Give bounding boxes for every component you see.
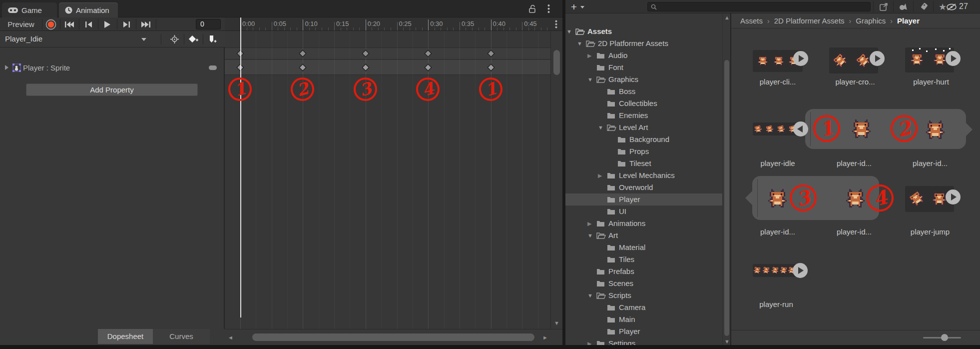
fox-sprite[interactable]	[757, 55, 768, 68]
foldout-arrow-icon[interactable]: ▼	[577, 40, 582, 46]
slider-knob[interactable]	[941, 334, 948, 341]
foldout-arrow-icon[interactable]: ▼	[587, 292, 593, 298]
foldout-arrow-icon[interactable]: ▶	[587, 340, 591, 345]
fox-sprite[interactable]	[910, 52, 924, 68]
foldout-arrow-icon[interactable]: ▶	[598, 172, 602, 179]
preview-button[interactable]: Preview	[3, 18, 39, 31]
tree-item-boss[interactable]: Boss	[565, 86, 722, 98]
tree-item-graphics[interactable]: ▼Graphics	[565, 74, 722, 86]
open-search-window-icon[interactable]	[875, 0, 892, 14]
tab-dopesheet[interactable]: Dopesheet	[98, 329, 153, 344]
fox-sprite[interactable]	[846, 189, 865, 210]
search-by-label-icon[interactable]	[915, 0, 932, 14]
play-badge-icon[interactable]	[946, 51, 961, 66]
dopesheet-horizontal-scrollbar[interactable]: ◄ ►	[225, 329, 562, 345]
fox-sprite[interactable]	[762, 266, 770, 276]
foldout-arrow-icon[interactable]: ▶	[587, 52, 591, 59]
tree-item-props[interactable]: Props	[565, 146, 722, 158]
tree-item-tiles[interactable]: Tiles	[565, 254, 722, 266]
tree-item-material[interactable]: Material	[565, 242, 722, 254]
tree-scrollbar[interactable]: ▲ ▼	[722, 14, 730, 345]
tree-item-background[interactable]: Background	[565, 134, 722, 146]
breadcrumb-item-2d-platformer-assets[interactable]: 2D Platformer Assets	[774, 16, 845, 25]
fox-sprite[interactable]	[909, 191, 924, 208]
breadcrumb-item-assets[interactable]: Assets	[740, 16, 763, 25]
tree-item-ui[interactable]: UI	[565, 206, 722, 218]
play-badge-icon[interactable]	[946, 190, 961, 204]
fox-sprite[interactable]	[754, 124, 762, 135]
record-button[interactable]	[43, 18, 59, 31]
tree-item-level-art[interactable]: ▼Level Art	[565, 122, 722, 134]
tree-item-audio[interactable]: ▶Audio	[565, 50, 722, 62]
scroll-down-arrow-icon[interactable]: ▼	[554, 320, 559, 326]
tree-item-prefabs[interactable]: Prefabs	[565, 266, 722, 278]
fox-sprite[interactable]	[777, 124, 785, 135]
tree-item-level-mechanics[interactable]: ▶Level Mechanics	[565, 170, 722, 182]
tree-item-scenes[interactable]: Scenes	[565, 278, 722, 290]
tree-item-player[interactable]: Player	[565, 194, 722, 206]
tree-item-camera[interactable]: Camera	[565, 302, 722, 314]
foldout-arrow-icon[interactable]: ▼	[587, 76, 593, 82]
foldout-arrow-icon[interactable]: ▼	[598, 124, 603, 130]
foldout-arrow-icon[interactable]	[5, 65, 8, 70]
playhead[interactable]	[240, 18, 241, 318]
scrollbar-thumb[interactable]	[252, 334, 534, 341]
fox-sprite[interactable]	[852, 120, 871, 140]
chevron-down-icon[interactable]	[580, 6, 584, 8]
foldout-arrow-icon[interactable]: ▶	[587, 220, 591, 227]
tree-item-assets[interactable]: ▼Assets	[565, 26, 722, 38]
fox-sprite[interactable]	[768, 189, 787, 210]
collapse-badge-icon[interactable]	[793, 122, 808, 136]
breadcrumb-item-graphics[interactable]: Graphics	[856, 16, 886, 25]
unlock-icon[interactable]	[528, 2, 536, 16]
tree-item-enemies[interactable]: Enemies	[565, 110, 722, 122]
timeline-ruler[interactable]: 0:000:050:100:150:200:250:300:350:400:45	[225, 18, 562, 31]
search-by-type-icon[interactable]	[895, 0, 912, 14]
tree-item-font[interactable]: Font	[565, 62, 722, 74]
tree-item-settings[interactable]: ▶Settings	[565, 338, 722, 345]
tab-game[interactable]: Game	[2, 2, 57, 18]
tree-item-2d-platformer-assets[interactable]: ▼2D Platformer Assets	[565, 38, 722, 50]
play-badge-icon[interactable]	[793, 51, 808, 66]
tree-item-overworld[interactable]: Overworld	[565, 182, 722, 194]
fox-sprite[interactable]	[765, 124, 774, 135]
tab-curves[interactable]: Curves	[153, 329, 210, 344]
scroll-right-arrow-icon[interactable]: ►	[542, 334, 548, 340]
tree-item-main[interactable]: Main	[565, 314, 722, 326]
clip-dropdown[interactable]: Player_Idie	[0, 31, 150, 48]
tree-item-player[interactable]: Player	[565, 326, 722, 338]
fox-sprite[interactable]	[933, 52, 947, 68]
tree-item-art[interactable]: ▼Art	[565, 230, 722, 242]
dopesheet-menu-icon[interactable]	[555, 20, 557, 28]
kebab-menu-icon[interactable]	[547, 2, 550, 16]
scroll-down-arrow-icon[interactable]: ▼	[724, 338, 730, 344]
add-event-button[interactable]	[205, 32, 220, 46]
fox-sprite[interactable]	[773, 55, 784, 68]
fox-sprite[interactable]	[856, 54, 870, 69]
fox-sprite[interactable]	[926, 120, 945, 141]
tree-item-tileset[interactable]: Tileset	[565, 158, 722, 170]
hidden-count-eye-icon[interactable]	[943, 0, 960, 14]
frame-number-field[interactable]: 0	[196, 19, 221, 30]
fox-sprite[interactable]	[932, 191, 947, 208]
fox-sprite[interactable]	[780, 266, 788, 276]
foldout-arrow-icon[interactable]: ▼	[566, 28, 572, 34]
tree-item-scripts[interactable]: ▼Scripts	[565, 290, 722, 302]
goto-end-button[interactable]	[137, 18, 155, 31]
play-button[interactable]	[99, 18, 116, 31]
fox-sprite[interactable]	[771, 266, 779, 276]
fox-sprite[interactable]	[753, 266, 761, 276]
filter-selection-button[interactable]	[167, 32, 182, 46]
fox-sprite[interactable]	[833, 54, 847, 69]
property-row-player-sprite[interactable]: Player : Sprite	[0, 60, 224, 75]
prev-frame-button[interactable]	[80, 18, 97, 31]
scroll-left-arrow-icon[interactable]: ◄	[228, 334, 233, 340]
goto-start-button[interactable]	[61, 18, 78, 31]
play-badge-icon[interactable]	[793, 263, 808, 278]
foldout-arrow-icon[interactable]: ▼	[587, 232, 593, 238]
tree-item-animations[interactable]: ▶Animations	[565, 218, 722, 230]
breadcrumb-item-player[interactable]: Player	[897, 16, 920, 25]
scrollbar-thumb[interactable]	[724, 60, 729, 336]
dopesheet-vertical-scrollbar[interactable]: ▼	[550, 31, 562, 329]
scrollbar-thumb[interactable]	[553, 50, 560, 75]
